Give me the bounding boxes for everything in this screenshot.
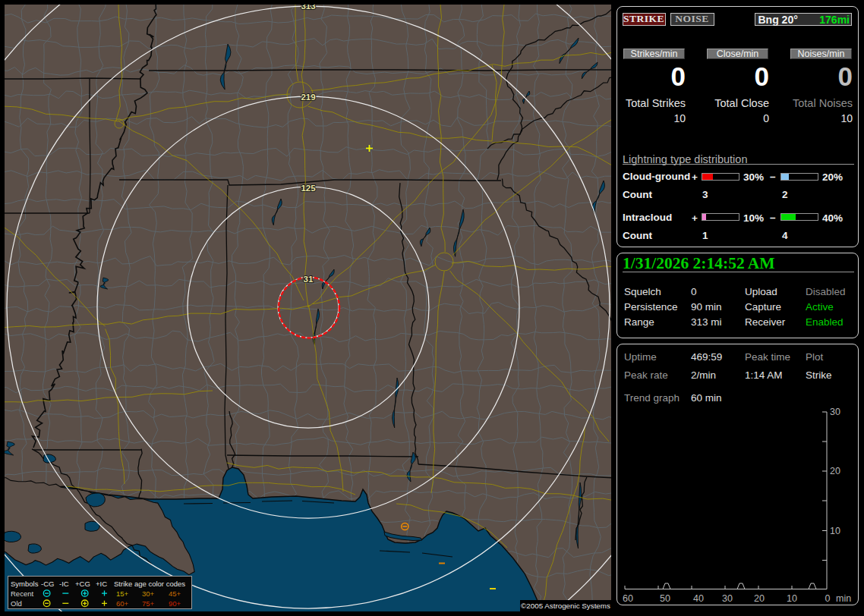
svg-text:31: 31: [304, 275, 314, 284]
svg-text:125: 125: [301, 184, 316, 193]
svg-text:313: 313: [301, 2, 315, 11]
svg-text:219: 219: [301, 93, 315, 102]
